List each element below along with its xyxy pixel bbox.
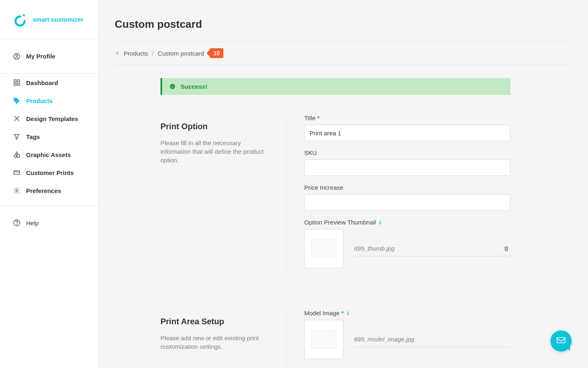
- thumbnail-row: 695_thumb.jpg: [304, 229, 510, 268]
- filter-icon: [13, 133, 20, 140]
- input-title[interactable]: [304, 125, 510, 141]
- nav-main: Dashboard Products Design Templates Tags…: [0, 74, 98, 232]
- gear-icon: [13, 187, 20, 194]
- breadcrumb-sep: /: [152, 50, 154, 57]
- svg-rect-10: [17, 155, 20, 157]
- logo-text: smart customizer: [33, 16, 83, 23]
- section-print-option: Print Option Please fill in all the nece…: [160, 114, 510, 276]
- model-image-row: 695_model_image.jpg: [304, 320, 510, 359]
- label-price: Price Increase: [304, 184, 510, 191]
- svg-rect-4: [14, 80, 16, 82]
- chat-fab[interactable]: [550, 330, 572, 352]
- nav-label: Products: [26, 97, 53, 104]
- field-sku: SKU: [304, 149, 510, 176]
- svg-point-15: [16, 224, 17, 224]
- nav-label: Preferences: [26, 187, 61, 194]
- nav-label: Graphic Assets: [26, 151, 71, 158]
- nav-preferences[interactable]: Preferences: [0, 182, 98, 200]
- alert-success: Success!: [160, 78, 510, 95]
- thumbnail-preview[interactable]: [304, 229, 343, 268]
- section-header: Print Area Setup Please add new or edit …: [160, 310, 286, 367]
- svg-rect-5: [18, 80, 20, 82]
- breadcrumb-badge[interactable]: 10: [210, 48, 224, 58]
- svg-point-9: [14, 155, 16, 157]
- section-fields: Model Image * i 695_model_image.jpg: [286, 310, 510, 367]
- design-icon: [13, 115, 20, 122]
- section-description: Please fill in all the necessary informa…: [160, 139, 268, 164]
- logo-icon: [13, 13, 27, 27]
- svg-rect-11: [14, 171, 20, 175]
- nav-tags[interactable]: Tags: [0, 128, 98, 146]
- page-title: Custom postcard: [115, 18, 572, 31]
- nav-products[interactable]: Products: [0, 92, 98, 110]
- user-circle-icon: [13, 53, 20, 60]
- label-thumbnail: Option Preview Thumbnail i: [304, 219, 510, 226]
- main-content: Custom postcard Products / Custom postca…: [98, 0, 588, 368]
- svg-rect-7: [18, 83, 20, 85]
- svg-rect-6: [14, 83, 16, 85]
- mail-icon: [556, 335, 566, 347]
- nav-customer-prints[interactable]: Customer Prints: [0, 164, 98, 182]
- trash-icon[interactable]: [503, 245, 510, 252]
- section-fields: Title * SKU Price Increase Option Previe…: [286, 114, 510, 276]
- model-image-preview[interactable]: [304, 320, 343, 359]
- back-arrow-icon[interactable]: [115, 50, 120, 56]
- nav-my-profile[interactable]: My Profile: [0, 39, 98, 74]
- breadcrumb-products[interactable]: Products: [124, 50, 148, 57]
- section-divider: [160, 293, 510, 293]
- input-sku[interactable]: [304, 159, 510, 176]
- svg-point-13: [16, 190, 18, 192]
- dashboard-icon: [13, 79, 20, 86]
- model-image-placeholder: [311, 330, 336, 348]
- logo-area[interactable]: smart customizer: [0, 0, 98, 39]
- breadcrumb: Products / Custom postcard 10: [115, 41, 572, 65]
- field-price-increase: Price Increase: [304, 184, 510, 211]
- nav-label: Design Templates: [26, 115, 78, 122]
- nav-divider: [0, 205, 98, 206]
- section-header: Print Option Please fill in all the nece…: [160, 114, 286, 276]
- label-sku: SKU: [304, 149, 510, 156]
- svg-rect-17: [557, 338, 565, 343]
- thumbnail-file-row: 695_thumb.jpg: [353, 241, 510, 256]
- model-image-file-row: 695_model_image.jpg: [353, 332, 510, 347]
- svg-point-0: [16, 16, 24, 25]
- sidebar: smart customizer My Profile Dashboard Pr…: [0, 0, 98, 368]
- help-icon: [13, 219, 20, 227]
- nav-label: Tags: [26, 133, 40, 140]
- breadcrumb-current[interactable]: Custom postcard: [158, 50, 204, 57]
- nav-label: Customer Prints: [26, 169, 74, 176]
- model-image-filename: 695_model_image.jpg: [354, 336, 414, 343]
- nav-dashboard[interactable]: Dashboard: [0, 74, 98, 92]
- section-description: Please add new or edit existing print cu…: [160, 334, 268, 351]
- nav-help[interactable]: Help: [0, 214, 98, 232]
- field-model-image: Model Image * i 695_model_image.jpg: [304, 310, 510, 359]
- section-title: Print Area Setup: [160, 317, 268, 326]
- label-title: Title *: [304, 114, 510, 121]
- prints-icon: [13, 169, 20, 176]
- check-circle-icon: [169, 83, 176, 90]
- field-thumbnail: Option Preview Thumbnail i 695_thumb.jpg: [304, 219, 510, 268]
- svg-point-8: [15, 99, 16, 100]
- alert-text: Success!: [180, 83, 207, 90]
- nav-design-templates[interactable]: Design Templates: [0, 110, 98, 128]
- svg-point-1: [23, 14, 25, 16]
- thumbnail-filename: 695_thumb.jpg: [354, 245, 394, 252]
- shapes-icon: [13, 151, 20, 158]
- input-price[interactable]: [304, 194, 510, 211]
- nav-label: Help: [26, 220, 39, 227]
- tag-icon: [13, 97, 20, 104]
- label-model-image: Model Image * i: [304, 310, 510, 316]
- nav-graphic-assets[interactable]: Graphic Assets: [0, 146, 98, 164]
- thumbnail-placeholder: [311, 240, 336, 258]
- nav-label: Dashboard: [26, 79, 58, 86]
- field-title: Title *: [304, 114, 510, 141]
- section-title: Print Option: [160, 122, 268, 131]
- info-icon[interactable]: i: [379, 219, 381, 226]
- section-print-area: Print Area Setup Please add new or edit …: [160, 310, 510, 367]
- info-icon[interactable]: i: [347, 310, 349, 316]
- svg-point-3: [16, 54, 18, 56]
- svg-point-16: [170, 84, 175, 89]
- nav-label: My Profile: [26, 53, 56, 60]
